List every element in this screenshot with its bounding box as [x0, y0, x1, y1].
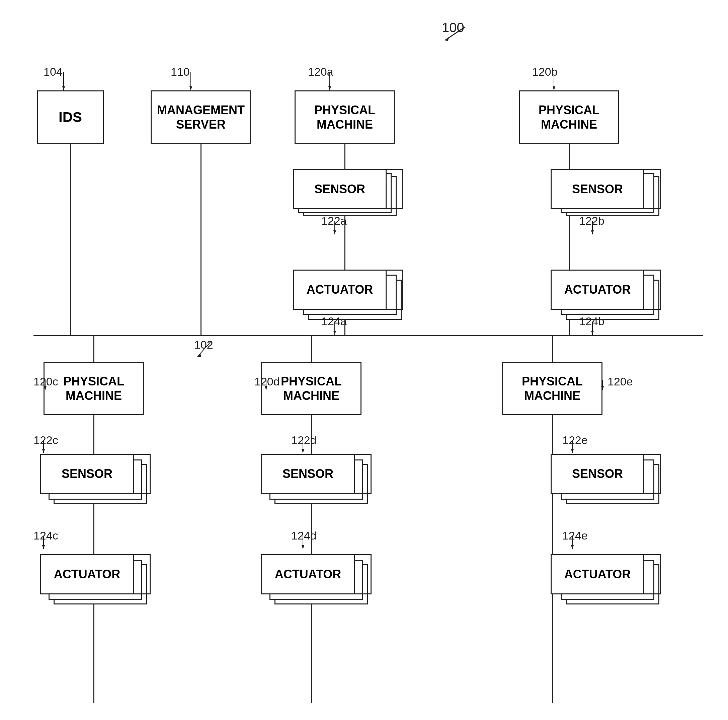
svg-marker-35: [571, 449, 574, 453]
svg-marker-15: [591, 230, 594, 234]
diagram: 100 IDS 104 MANAGEMENTSERVER 110 PHYSICA…: [0, 0, 728, 720]
network-line: [34, 335, 703, 336]
actuator-e-bracket: [644, 554, 661, 594]
ref-124c-line: [40, 534, 54, 551]
ids-box: IDS: [37, 90, 104, 144]
ref-122e-line: [569, 438, 583, 455]
sensor-e-bracket: [644, 454, 661, 494]
svg-marker-11: [333, 230, 336, 234]
sensor-b-bracket: [644, 169, 661, 209]
phys-machine-a-box: PHYSICALMACHINE: [295, 90, 395, 144]
svg-marker-9: [553, 86, 555, 90]
pme-vline-upper: [552, 335, 553, 362]
actuator-e-box: ACTUATOR: [551, 554, 644, 594]
svg-marker-29: [42, 545, 45, 549]
svg-marker-3: [62, 86, 65, 90]
phys-machine-e-box: PHYSICALMACHINE: [502, 362, 603, 415]
svg-marker-37: [571, 545, 574, 549]
sensor-a-box: SENSOR: [293, 169, 387, 209]
ref-104: 104: [43, 65, 63, 78]
svg-marker-5: [190, 86, 192, 90]
sensor-a-bracket: [387, 169, 403, 209]
sensor-c-box: SENSOR: [40, 454, 134, 494]
ids-vline: [70, 144, 71, 335]
sensor-c-bracket: [134, 454, 151, 494]
phys-machine-b-box: PHYSICALMACHINE: [519, 90, 619, 144]
ref-104-line: [60, 70, 73, 92]
phys-machine-c-box: PHYSICALMACHINE: [43, 362, 144, 415]
mgmt-server-box: MANAGEMENTSERVER: [151, 90, 251, 144]
ref-120a-line: [326, 70, 340, 92]
svg-marker-7: [328, 86, 331, 90]
ref-120d-line: [253, 378, 269, 392]
ref-124a-line: [331, 320, 345, 337]
svg-marker-13: [333, 331, 336, 335]
ref-122a-line: [331, 219, 345, 236]
sensor-e-box: SENSOR: [551, 454, 644, 494]
svg-marker-21: [44, 386, 46, 390]
svg-marker-1: [445, 37, 449, 41]
svg-marker-33: [301, 545, 304, 549]
actuator-d-box: ACTUATOR: [261, 554, 355, 594]
ref-120c-line: [32, 378, 49, 392]
actuator-c-bracket: [134, 554, 151, 594]
svg-marker-17: [591, 331, 594, 335]
ref-122b-line: [589, 219, 603, 236]
ref-124b-line: [589, 320, 603, 337]
sensor-d-bracket: [355, 454, 372, 494]
pmd-vline-upper: [311, 335, 312, 362]
mgmt-vline: [200, 144, 202, 335]
sensor-b-box: SENSOR: [551, 169, 644, 209]
sensor-d-box: SENSOR: [261, 454, 355, 494]
svg-marker-31: [301, 449, 304, 453]
actuator-a-box: ACTUATOR: [293, 270, 387, 310]
pmc-vline-upper: [93, 335, 94, 362]
actuator-a-bracket: [387, 270, 403, 310]
ref-120e-line: [599, 378, 616, 392]
svg-marker-27: [42, 449, 45, 453]
ref-102-line: [187, 340, 221, 360]
actuator-b-bracket: [644, 270, 661, 310]
ref-122c-line: [40, 438, 54, 455]
svg-marker-25: [601, 386, 604, 390]
actuator-d-bracket: [355, 554, 372, 594]
phys-machine-d-box: PHYSICALMACHINE: [261, 362, 361, 415]
actuator-c-box: ACTUATOR: [40, 554, 134, 594]
ref-122d-line: [300, 438, 313, 455]
ref-120b-line: [551, 70, 564, 92]
ref-110-line: [187, 70, 201, 92]
svg-marker-23: [265, 386, 268, 390]
arrow-100: [432, 20, 472, 47]
actuator-b-box: ACTUATOR: [551, 270, 644, 310]
ref-124d-line: [300, 534, 313, 551]
ref-110: 110: [171, 65, 190, 78]
ref-124e-line: [569, 534, 583, 551]
